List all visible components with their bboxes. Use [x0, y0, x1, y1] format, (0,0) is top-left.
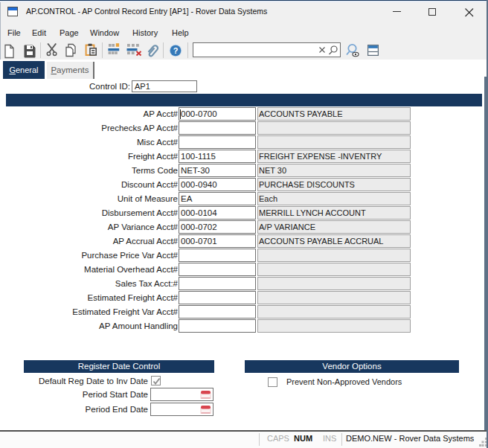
- svg-text:?: ?: [173, 46, 179, 55]
